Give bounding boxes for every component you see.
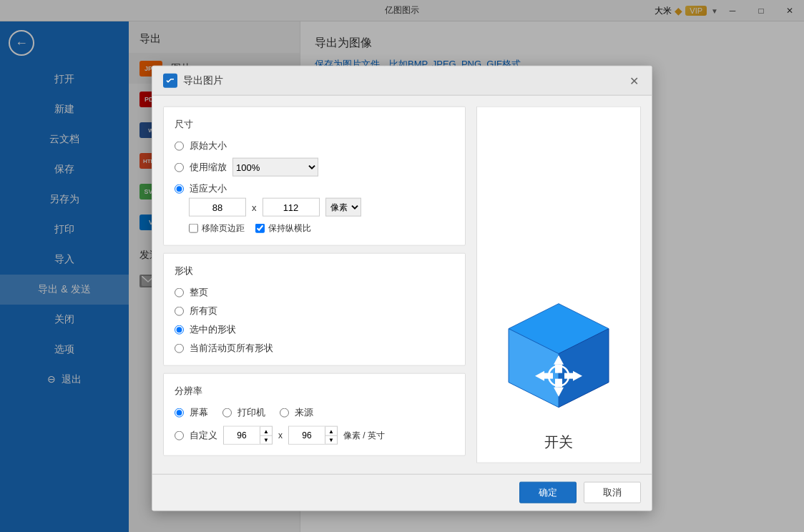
size-input-row: x 像素 xyxy=(189,198,454,217)
width-input[interactable] xyxy=(189,198,246,217)
res-printer-option[interactable]: 打印机 xyxy=(222,406,265,419)
res-printer-label: 打印机 xyxy=(237,406,265,419)
shape-selected-label: 选中的形状 xyxy=(190,323,236,336)
spinner1: ▲ ▼ xyxy=(260,427,272,444)
height-input[interactable] xyxy=(263,198,320,217)
shape-radio-group: 整页 所有页 选中的形状 当前活动页所有形状 xyxy=(175,286,454,355)
res-custom-option[interactable]: 自定义 xyxy=(175,429,217,442)
shape-section: 形状 整页 所有页 选中的形状 xyxy=(163,253,466,366)
custom-res-val2[interactable] xyxy=(289,427,325,444)
resolution-radio-row: 屏幕 打印机 来源 xyxy=(175,406,454,419)
size-scale-option[interactable]: 使用缩放 100% xyxy=(175,158,454,177)
shape-allpages-label: 所有页 xyxy=(190,305,217,317)
spinner1-down[interactable]: ▼ xyxy=(260,435,272,444)
spinner2-up[interactable]: ▲ xyxy=(325,427,337,435)
shape-allpages-option[interactable]: 所有页 xyxy=(175,305,454,317)
spinner2: ▲ ▼ xyxy=(325,427,337,444)
res-unit-label: 像素 / 英寸 xyxy=(343,429,385,441)
size-section-title: 尺寸 xyxy=(175,118,454,131)
resolution-section-title: 分辨率 xyxy=(175,385,454,398)
resolution-section: 分辨率 屏幕 打印机 来源 xyxy=(163,373,466,456)
x-label: x xyxy=(252,202,257,212)
dialog-preview: 开关 xyxy=(476,107,641,463)
keep-ratio-label: 保持纵横比 xyxy=(268,222,311,235)
preview-image xyxy=(491,290,627,425)
size-section: 尺寸 原始大小 使用缩放 100% xyxy=(163,107,466,246)
size-fit-label: 适应大小 xyxy=(190,182,227,195)
shape-activepage-label: 当前活动页所有形状 xyxy=(190,342,273,355)
res-screen-label: 屏幕 xyxy=(190,406,208,419)
size-original-option[interactable]: 原始大小 xyxy=(175,139,454,152)
size-scale-label: 使用缩放 xyxy=(190,161,227,174)
dialog-form: 尺寸 原始大小 使用缩放 100% xyxy=(163,107,466,463)
remove-margin-option[interactable]: 移除页边距 xyxy=(189,222,245,235)
size-unit-select[interactable]: 像素 xyxy=(325,198,361,217)
dialog-header: 导出图片 ✕ xyxy=(152,66,652,96)
shape-section-title: 形状 xyxy=(175,265,454,277)
size-radio-group: 原始大小 使用缩放 100% xyxy=(175,139,454,195)
dialog-close-button[interactable]: ✕ xyxy=(627,74,641,88)
size-original-label: 原始大小 xyxy=(190,139,227,152)
scale-select[interactable]: 100% xyxy=(232,158,318,177)
custom-res-val1-wrapper: ▲ ▼ xyxy=(223,426,273,445)
spinner2-down[interactable]: ▼ xyxy=(325,435,337,444)
spinner1-up[interactable]: ▲ xyxy=(260,427,272,435)
scale-row: 100% xyxy=(232,158,318,177)
cancel-button[interactable]: 取消 xyxy=(584,482,641,503)
shape-fullpage-label: 整页 xyxy=(190,286,208,299)
keep-ratio-option[interactable]: 保持纵横比 xyxy=(255,222,311,235)
res-custom-label: 自定义 xyxy=(190,429,217,442)
dialog-body: 尺寸 原始大小 使用缩放 100% xyxy=(152,96,652,474)
dialog-footer: 确定 取消 xyxy=(152,474,652,511)
dialog-icon xyxy=(163,74,177,88)
custom-res-val1[interactable] xyxy=(224,427,260,444)
dialog-overlay: 导出图片 ✕ 尺寸 原始大小 xyxy=(0,0,804,532)
size-fit-option[interactable]: 适应大小 xyxy=(175,182,454,195)
shape-selected-option[interactable]: 选中的形状 xyxy=(175,323,454,336)
export-dialog: 导出图片 ✕ 尺寸 原始大小 xyxy=(152,66,652,511)
shape-activepage-option[interactable]: 当前活动页所有形状 xyxy=(175,342,454,355)
resolution-custom-row: 自定义 ▲ ▼ x ▲ xyxy=(175,426,454,445)
res-x-label: x xyxy=(278,430,283,440)
remove-margin-label: 移除页边距 xyxy=(202,222,245,235)
size-checkbox-row: 移除页边距 保持纵横比 xyxy=(189,222,454,235)
confirm-button[interactable]: 确定 xyxy=(519,482,577,503)
res-screen-option[interactable]: 屏幕 xyxy=(175,406,208,419)
res-source-option[interactable]: 来源 xyxy=(280,406,313,419)
dialog-title-row: 导出图片 xyxy=(163,74,223,88)
shape-fullpage-option[interactable]: 整页 xyxy=(175,286,454,299)
res-source-label: 来源 xyxy=(295,406,313,419)
custom-res-val2-wrapper: ▲ ▼ xyxy=(288,426,338,445)
preview-label: 开关 xyxy=(544,433,573,452)
dialog-title: 导出图片 xyxy=(183,74,223,87)
